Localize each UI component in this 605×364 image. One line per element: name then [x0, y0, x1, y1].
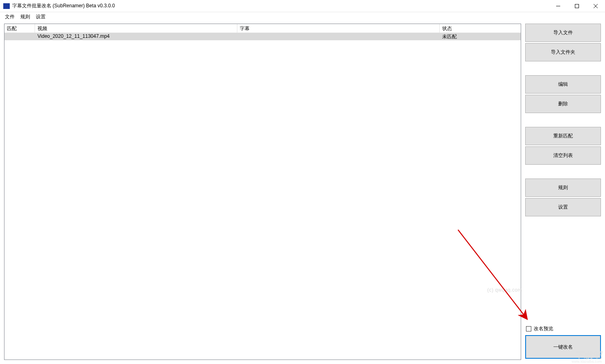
column-header-video[interactable]: 视频 — [35, 24, 237, 33]
cell-status: 未匹配 — [440, 33, 521, 40]
preview-rename-row[interactable]: 改名预览 — [525, 324, 601, 335]
window-controls — [549, 0, 605, 12]
edit-button[interactable]: 编辑 — [525, 75, 601, 94]
table-row[interactable]: Video_2020_12_11_113047.mp4 未匹配 — [4, 33, 521, 40]
maximize-button[interactable] — [568, 0, 586, 12]
column-header-status[interactable]: 状态 — [440, 24, 521, 33]
column-header-subtitle[interactable]: 字幕 — [237, 24, 440, 33]
window-title: 字幕文件批量改名 (SubRenamer) Beta v0.3.0.0 — [12, 2, 115, 9]
menu-file[interactable]: 文件 — [3, 13, 19, 21]
table-header-row: 匹配 视频 字幕 状态 — [4, 24, 521, 33]
cell-match — [4, 33, 35, 40]
table-body[interactable]: Video_2020_12_11_113047.mp4 未匹配 — [4, 33, 521, 360]
import-file-button[interactable]: 导入文件 — [525, 24, 601, 42]
preview-rename-checkbox[interactable] — [526, 326, 531, 331]
delete-button[interactable]: 删除 — [525, 95, 601, 113]
watermark-copyright: (c) qwqaq.com — [487, 287, 522, 293]
preview-rename-label: 改名预览 — [534, 325, 553, 332]
rematch-button[interactable]: 重新匹配 — [525, 127, 601, 145]
clear-list-button[interactable]: 清空列表 — [525, 146, 601, 165]
menu-bar: 文件 规则 设置 — [0, 12, 605, 21]
file-table: 匹配 视频 字幕 状态 Video_2020_12_11_113047.mp4 … — [4, 24, 521, 360]
minimize-button[interactable] — [549, 0, 568, 12]
button-group-edit: 编辑 删除 — [525, 75, 601, 114]
content-area: 匹配 视频 字幕 状态 Video_2020_12_11_113047.mp4 … — [0, 21, 605, 364]
button-group-list: 重新匹配 清空列表 — [525, 127, 601, 166]
sidebar: 导入文件 导入文件夹 编辑 删除 重新匹配 清空列表 规则 设置 改名预览 一键… — [525, 24, 601, 360]
watermark-url: www.xiazaiba.com — [572, 360, 602, 364]
cell-video: Video_2020_12_11_113047.mp4 — [35, 33, 237, 40]
settings-button[interactable]: 设置 — [525, 198, 601, 216]
close-button[interactable] — [586, 0, 605, 12]
column-header-match[interactable]: 匹配 — [4, 24, 35, 33]
menu-settings[interactable]: 设置 — [34, 13, 50, 21]
button-group-config: 规则 设置 — [525, 179, 601, 218]
rule-button[interactable]: 规则 — [525, 179, 601, 197]
menu-rule[interactable]: 规则 — [19, 13, 34, 21]
button-group-import: 导入文件 导入文件夹 — [525, 24, 601, 63]
app-icon — [3, 3, 10, 9]
cell-subtitle — [237, 33, 440, 40]
import-folder-button[interactable]: 导入文件夹 — [525, 43, 601, 61]
svg-rect-1 — [575, 4, 579, 8]
title-bar: 字幕文件批量改名 (SubRenamer) Beta v0.3.0.0 — [0, 0, 605, 12]
